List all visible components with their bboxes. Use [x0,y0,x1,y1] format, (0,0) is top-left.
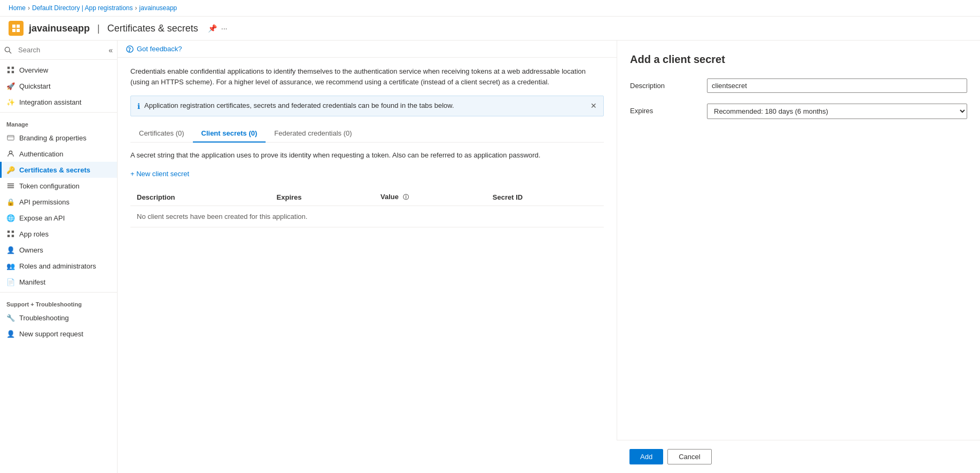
svg-line-5 [9,51,11,53]
token-icon [6,182,15,190]
svg-rect-0 [12,25,15,28]
sidebar-item-approles[interactable]: App roles [0,226,117,242]
expires-select[interactable]: Recommended: 180 days (6 months) 12 mont… [707,104,967,119]
sidebar-item-owners[interactable]: 👤 Owners [0,242,117,258]
svg-rect-16 [7,231,10,233]
cancel-button[interactable]: Cancel [667,449,711,464]
svg-rect-14 [7,185,14,186]
app-icon [9,21,24,36]
no-secrets-message: No client secrets have been created for … [130,206,604,227]
breadcrumb-directory[interactable]: Default Directory | App registrations [32,4,133,12]
sidebar-label-troubleshooting: Troubleshooting [19,314,69,322]
sidebar-item-troubleshooting[interactable]: 🔧 Troubleshooting [0,310,117,326]
pin-icon[interactable]: 📌 [208,24,217,33]
sidebar-item-token[interactable]: Token configuration [0,178,117,194]
panel-title: Add a client secret [630,53,967,66]
info-close-button[interactable]: ✕ [590,101,597,110]
expires-row: Expires Recommended: 180 days (6 months)… [630,104,967,119]
manage-divider [0,112,117,113]
sidebar-item-integration[interactable]: ✨ Integration assistant [0,94,117,110]
info-banner: ℹ Application registration certificates,… [130,96,604,116]
support-divider [0,292,117,293]
sidebar-item-api[interactable]: 🔒 API permissions [0,194,117,210]
feedback-bar[interactable]: Got feedback? [118,41,617,58]
svg-rect-6 [7,67,10,69]
roles-icon: 👥 [6,262,15,270]
main-content: Got feedback? Credentials enable confide… [118,41,617,473]
description-label: Description [630,78,694,90]
right-panel: Add a client secret Description Expires … [617,41,980,473]
app-name: javainuseapp [29,23,90,34]
header-actions: 📌 ··· [208,24,228,33]
collapse-button[interactable]: « [108,46,113,54]
svg-rect-15 [7,187,14,188]
api-icon: 🔒 [6,198,15,206]
sidebar-label-owners: Owners [19,246,43,254]
sidebar-item-branding[interactable]: Branding & properties [0,130,117,146]
sidebar-item-roles[interactable]: 👥 Roles and administrators [0,258,117,274]
feedback-label: Got feedback? [137,45,182,53]
secret-description: A secret string that the application use… [130,151,558,159]
new-client-secret-button[interactable]: + New client secret [130,168,189,180]
page-title: Certificates & secrets [107,23,198,34]
search-row: « [0,41,117,60]
svg-rect-3 [17,29,20,32]
add-button[interactable]: Add [629,449,663,464]
expires-control: Recommended: 180 days (6 months) 12 mont… [707,104,967,119]
sidebar-label-roles: Roles and administrators [19,262,96,270]
sidebar-item-overview[interactable]: Overview [0,62,117,78]
svg-rect-1 [17,25,20,28]
breadcrumb-app[interactable]: javainuseapp [139,4,177,12]
tab-certificates[interactable]: Certificates (0) [130,125,193,143]
manifest-icon: 📄 [6,278,15,286]
sidebar-item-quickstart[interactable]: 🚀 Quickstart [0,78,117,94]
sidebar-label-integration: Integration assistant [19,98,81,106]
sidebar-item-expose[interactable]: 🌐 Expose an API [0,210,117,226]
info-text: Application registration certificates, s… [144,101,586,109]
authentication-icon [6,149,15,158]
page-header: javainuseapp | Certificates & secrets 📌 … [0,17,980,41]
search-icon [4,46,12,54]
sidebar-nav: Overview 🚀 Quickstart ✨ Integration assi… [0,60,117,473]
sidebar-label-authentication: Authentication [19,150,63,158]
sidebar-label-api: API permissions [19,198,69,206]
no-secrets-row: No client secrets have been created for … [130,206,604,227]
quickstart-icon: 🚀 [6,82,15,90]
approles-icon [6,230,15,238]
sidebar-label-branding: Branding & properties [19,134,87,142]
sidebar-label-quickstart: Quickstart [19,82,51,90]
sidebar-label-overview: Overview [19,66,48,74]
more-icon[interactable]: ··· [221,24,228,33]
svg-rect-10 [7,136,14,140]
svg-rect-2 [12,29,15,32]
newsupport-icon: 👤 [6,329,15,338]
sidebar-item-certificates[interactable]: 🔑 Certificates & secrets [0,162,117,178]
secrets-table: Description Expires Value ⓘ Secret ID No… [130,188,604,227]
col-description: Description [130,188,270,206]
tab-federated[interactable]: Federated credentials (0) [266,125,360,143]
tabs: Certificates (0) Client secrets (0) Fede… [130,125,604,143]
svg-point-21 [129,50,130,51]
search-input[interactable] [14,44,106,56]
tab-client-secrets[interactable]: Client secrets (0) [193,125,266,143]
sidebar-label-expose: Expose an API [19,214,65,222]
svg-rect-17 [12,231,14,233]
sidebar-item-authentication[interactable]: Authentication [0,146,117,162]
expose-icon: 🌐 [6,214,15,222]
sidebar-item-manifest[interactable]: 📄 Manifest [0,274,117,290]
value-info-icon: ⓘ [403,194,409,200]
sidebar-label-approles: App roles [19,230,49,238]
sidebar-label-manifest: Manifest [19,278,45,286]
panel-footer: Add Cancel [617,440,980,473]
col-secret-id: Secret ID [486,188,604,206]
description-input[interactable] [707,78,967,93]
sidebar-item-newsupport[interactable]: 👤 New support request [0,326,117,342]
overview-icon [6,66,15,74]
troubleshooting-icon: 🔧 [6,313,15,322]
info-icon: ℹ [137,102,140,111]
sidebar: « Overview 🚀 Quickstart ✨ Integration as… [0,41,118,473]
breadcrumb-home[interactable]: Home [9,4,26,12]
page-description: Credentials enable confidential applicat… [130,66,604,87]
content-inner: Credentials enable confidential applicat… [118,58,617,473]
description-control [707,78,967,93]
